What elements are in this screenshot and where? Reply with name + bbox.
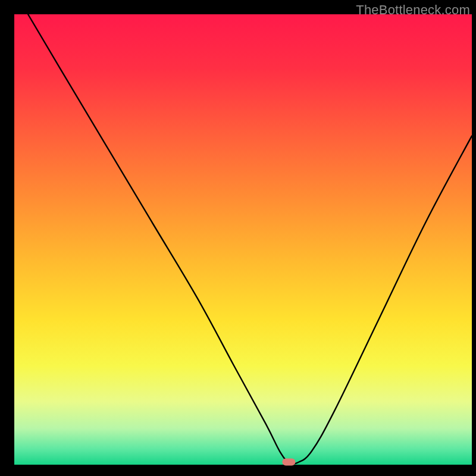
watermark-label: TheBottleneck.com — [356, 2, 470, 18]
plot-background — [14, 14, 472, 465]
minimum-marker — [282, 458, 295, 465]
bottleneck-chart — [0, 0, 476, 476]
chart-container: TheBottleneck.com — [0, 0, 476, 476]
